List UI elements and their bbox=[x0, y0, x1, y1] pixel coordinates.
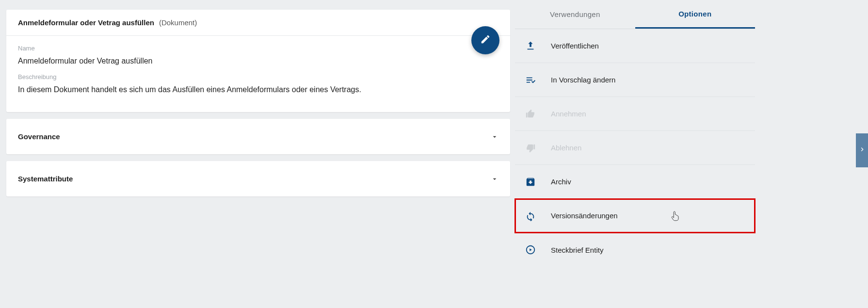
name-value: Anmeldeformular oder Vetrag ausfüllen bbox=[18, 56, 498, 66]
option-publish[interactable]: Veröffentlichen bbox=[515, 29, 755, 63]
cursor-pointer-icon bbox=[671, 211, 680, 221]
name-label: Name bbox=[18, 45, 498, 52]
options-list: Veröffentlichen In Vorschlag ändern Anne… bbox=[515, 29, 755, 267]
option-label: In Vorschlag ändern bbox=[551, 76, 615, 84]
chevron-down-icon bbox=[491, 175, 498, 183]
card-title: Anmeldeformular oder Vetrag ausfüllen bbox=[18, 18, 154, 27]
tab-usages[interactable]: Verwendungen bbox=[515, 0, 635, 29]
governance-section[interactable]: Governance bbox=[6, 119, 510, 154]
chevron-down-icon bbox=[491, 133, 498, 141]
systemattribute-section[interactable]: Systemattribute bbox=[6, 161, 510, 196]
description-value: In diesem Dokument handelt es sich um da… bbox=[18, 84, 498, 95]
option-profile-entity[interactable]: Steckbrief Entity bbox=[515, 233, 755, 267]
governance-title: Governance bbox=[18, 132, 60, 141]
option-archive[interactable]: Archiv bbox=[515, 165, 755, 199]
option-label: Annehmen bbox=[551, 110, 586, 118]
systemattribute-title: Systemattribute bbox=[18, 175, 73, 183]
option-to-proposal[interactable]: In Vorschlag ändern bbox=[515, 63, 755, 97]
option-reject: Ablehnen bbox=[515, 131, 755, 165]
main-column: Anmeldeformular oder Vetrag ausfüllen (D… bbox=[0, 0, 516, 308]
option-label: Steckbrief Entity bbox=[551, 246, 603, 254]
edit-button[interactable] bbox=[471, 26, 499, 54]
details-card-body: Name Anmeldeformular oder Vetrag ausfüll… bbox=[6, 36, 510, 112]
chevron-right-icon bbox=[858, 146, 866, 155]
option-label: Veröffentlichen bbox=[551, 42, 599, 50]
option-label: Archiv bbox=[551, 178, 571, 186]
description-label: Beschreibung bbox=[18, 73, 498, 81]
thumbs-down-icon bbox=[525, 142, 536, 154]
archive-icon bbox=[525, 176, 536, 188]
option-version-changes[interactable]: Versionsänderungen bbox=[515, 199, 755, 233]
side-panel: Verwendungen Optionen Veröffentlichen In… bbox=[515, 0, 755, 308]
side-tabs: Verwendungen Optionen bbox=[515, 0, 755, 29]
pencil-icon bbox=[480, 34, 491, 47]
history-icon bbox=[525, 210, 536, 222]
upload-icon bbox=[525, 40, 536, 52]
option-label: Ablehnen bbox=[551, 144, 581, 152]
thumbs-up-icon bbox=[525, 108, 536, 120]
tab-options[interactable]: Optionen bbox=[635, 0, 755, 29]
option-accept: Annehmen bbox=[515, 97, 755, 131]
play-circle-icon bbox=[525, 244, 536, 256]
details-card-header: Anmeldeformular oder Vetrag ausfüllen (D… bbox=[6, 10, 510, 36]
panel-expand-toggle[interactable] bbox=[856, 133, 868, 167]
details-card: Anmeldeformular oder Vetrag ausfüllen (D… bbox=[6, 10, 510, 112]
option-label: Versionsänderungen bbox=[551, 211, 618, 220]
card-subtitle: (Dokument) bbox=[159, 18, 197, 27]
list-check-icon bbox=[525, 74, 536, 86]
